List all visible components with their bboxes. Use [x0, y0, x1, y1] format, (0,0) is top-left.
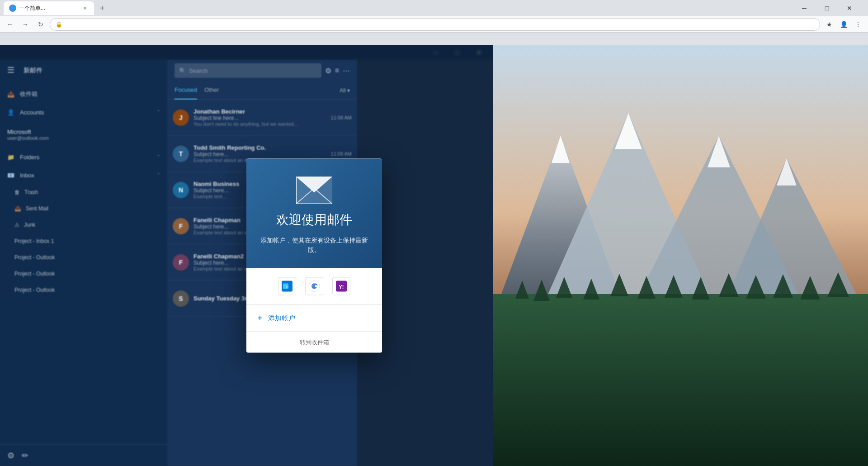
refresh-button[interactable]: ↻: [34, 18, 47, 31]
filter-icon[interactable]: ⚙: [325, 67, 331, 75]
account-email: user@outlook.com: [7, 135, 160, 141]
browser-toolbar: ← → ↻ 🔒 ★ 👤 ⋮: [0, 16, 868, 33]
folders-label: Folders: [20, 154, 39, 161]
tab-other[interactable]: Other: [204, 81, 219, 100]
tab-bar: 🌐 一个简单... ✕ + ─ □ ✕: [0, 0, 868, 16]
junk-icon: ⚠: [14, 222, 19, 228]
add-account-row[interactable]: + 添加帐户: [246, 305, 382, 332]
trash-icon: 🗑: [14, 189, 20, 195]
browser-chrome: 🌐 一个简单... ✕ + ─ □ ✕ ← → ↻ 🔒 ★ 👤 ⋮: [0, 0, 868, 45]
junk-label: Junk: [24, 222, 35, 228]
list-action-icons: ⚙ ≡ ⋯: [325, 67, 350, 75]
forward-button[interactable]: →: [19, 18, 32, 31]
svg-text:O: O: [286, 285, 288, 289]
yahoo-account-button[interactable]: Y!: [332, 277, 350, 295]
avatar-1: T: [173, 146, 189, 162]
address-url: 🔒: [56, 21, 62, 28]
toolbar-icons: ★ 👤 ⋮: [823, 18, 864, 31]
settings-icon[interactable]: ⚙: [7, 451, 14, 461]
time-0: 11:08 AM: [331, 115, 352, 120]
mail-sidebar: ☰ 新邮件 📥 收件箱 👤 Accounts ˅ Microsoft user@…: [0, 60, 167, 466]
sidebar-nav: 📥 收件箱 👤 Accounts ˅: [0, 81, 167, 125]
project3-label: Project - Outlook: [14, 271, 55, 277]
browser-tab-active[interactable]: 🌐 一个简单... ✕: [4, 1, 94, 15]
subject-0: Subject line here...: [193, 115, 326, 121]
preview-0: You don't need to do anything, but we wa…: [193, 121, 326, 127]
mail-content-0: Jonathan Becirner Subject line here... Y…: [193, 108, 326, 127]
yahoo-icon: Y!: [335, 280, 348, 293]
inbox-icon: 📥: [7, 91, 14, 98]
menu-button[interactable]: ⋮: [852, 18, 864, 31]
scenery-svg: [493, 45, 868, 466]
mail-search[interactable]: 🔍 Search: [175, 63, 321, 78]
close-button[interactable]: ✕: [839, 1, 860, 15]
sidebar-inbox[interactable]: 📥 收件箱: [0, 85, 167, 103]
sent-icon: 📤: [14, 205, 21, 212]
avatar-0: J: [173, 109, 189, 126]
sort-dropdown[interactable]: All ▾: [340, 81, 350, 99]
tab-close-button[interactable]: ✕: [81, 5, 89, 12]
back-button[interactable]: ←: [4, 18, 16, 31]
google-icon: G: [308, 280, 321, 293]
maximize-button[interactable]: □: [816, 1, 837, 15]
sender-1: Todd Smith Reporting Co.: [193, 144, 326, 151]
goto-inbox-label: 转到收件箱: [300, 338, 329, 347]
sidebar-bottom: ⚙ ✏: [0, 444, 167, 466]
avatar-4: F: [173, 254, 189, 271]
account-button[interactable]: 👤: [837, 18, 850, 31]
search-placeholder: Search: [189, 67, 208, 74]
sidebar-accounts[interactable]: 👤 Accounts ˅: [0, 103, 167, 121]
sidebar-project2[interactable]: Project - Outlook: [0, 249, 167, 266]
dialog-title: 欢迎使用邮件: [276, 211, 352, 228]
tab-focused[interactable]: Focused: [175, 81, 197, 100]
project2-label: Project - Outlook: [14, 254, 55, 261]
inbox-folder-label: Inbox: [20, 172, 34, 179]
subject-1: Subject here...: [193, 151, 326, 157]
sidebar-inbox-folder[interactable]: 📧 Inbox ˅: [0, 166, 167, 184]
edit-icon[interactable]: ✏: [22, 451, 28, 461]
more-icon[interactable]: ⋯: [343, 67, 350, 75]
svg-rect-9: [493, 294, 868, 466]
goto-inbox-row[interactable]: 转到收件箱: [246, 332, 382, 353]
welcome-dialog: 欢迎使用邮件 添加帐户，使其在所有设备上保持最新版。 O G: [246, 159, 382, 353]
sidebar-project1[interactable]: Project - Inbox 1: [0, 233, 167, 249]
project4-label: Project - Outlook: [14, 287, 55, 293]
dialog-subtitle: 添加帐户，使其在所有设备上保持最新版。: [260, 236, 368, 255]
svg-text:Y!: Y!: [339, 284, 344, 290]
time-1: 11:08 AM: [331, 151, 352, 157]
mail-tabs: Focused Other All ▾: [167, 81, 357, 100]
sidebar-accounts-label: Accounts: [20, 109, 44, 116]
sidebar-sent[interactable]: 📤 Sent Mail: [0, 200, 167, 217]
sidebar-trash[interactable]: 🗑 Trash: [0, 184, 167, 200]
address-bar[interactable]: 🔒: [50, 18, 820, 31]
sidebar-junk[interactable]: ⚠ Junk: [0, 217, 167, 233]
outlook-account-button[interactable]: O: [278, 277, 296, 295]
sidebar-folders: 📁 Folders ˅ 📧 Inbox ˅ 🗑 Trash 📤 Sent Mai…: [0, 144, 167, 302]
google-account-button[interactable]: G: [305, 277, 323, 295]
sender-0: Jonathan Becirner: [193, 108, 326, 115]
add-icon: +: [257, 313, 263, 323]
sidebar-folders-header[interactable]: 📁 Folders ˅: [0, 148, 167, 166]
project1-label: Project - Inbox 1: [14, 238, 54, 244]
mail-item-0[interactable]: J Jonathan Becirner Subject line here...…: [167, 100, 357, 136]
avatar-2: N: [173, 182, 189, 198]
account-options: O G Y!: [246, 268, 382, 305]
sidebar-project3[interactable]: Project - Outlook: [0, 266, 167, 282]
minimize-button[interactable]: ─: [794, 1, 815, 15]
dialog-header: 欢迎使用邮件 添加帐户，使其在所有设备上保持最新版。: [246, 159, 382, 268]
account-name: Microsoft: [7, 128, 160, 135]
search-icon: 🔍: [179, 67, 186, 74]
new-tab-button[interactable]: +: [96, 2, 108, 14]
svg-text:G: G: [312, 285, 316, 289]
sidebar-project4[interactable]: Project - Outlook: [0, 282, 167, 298]
star-button[interactable]: ★: [823, 18, 835, 31]
envelope-icon: [296, 177, 332, 204]
outlook-icon: O: [281, 280, 293, 293]
sort-icon[interactable]: ≡: [335, 67, 339, 75]
window-controls: ─ □ ✕: [794, 1, 864, 15]
new-mail-button[interactable]: 新邮件: [24, 67, 42, 75]
mail-sidebar-header: ☰ 新邮件: [0, 60, 167, 81]
main-content: ─ □ ✕ ☰ 新邮件 📥 收件箱 👤 Accounts ˅: [0, 45, 868, 466]
tab-label: 一个简单...: [19, 5, 45, 12]
tab-favicon: 🌐: [9, 5, 16, 12]
